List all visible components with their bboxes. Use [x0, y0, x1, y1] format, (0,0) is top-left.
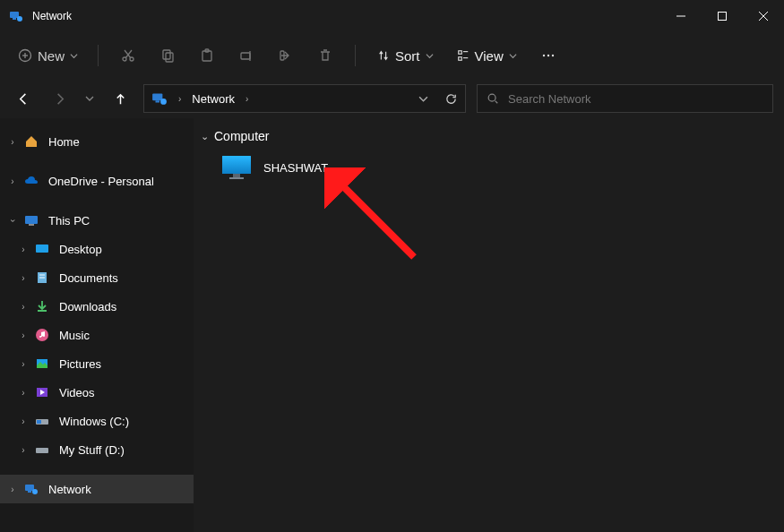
copy-button[interactable]: [151, 40, 185, 71]
search-input[interactable]: [508, 92, 763, 106]
sidebar-item-videos[interactable]: › Videos: [0, 378, 194, 407]
rename-button[interactable]: [229, 40, 263, 71]
svg-rect-46: [28, 491, 31, 493]
navigation-sidebar: › Home › OneDrive - Personal › This PC ›…: [0, 118, 194, 532]
sidebar-label: Music: [59, 329, 90, 342]
sidebar-item-documents[interactable]: › Documents: [0, 263, 194, 292]
drive-icon: [34, 442, 50, 458]
back-button[interactable]: [11, 86, 36, 111]
share-button[interactable]: [269, 40, 303, 71]
new-button[interactable]: New: [11, 45, 85, 67]
sidebar-label: Desktop: [59, 243, 102, 256]
new-label: New: [38, 48, 65, 64]
search-icon: [487, 92, 499, 105]
sidebar-item-windows-c[interactable]: › Windows (C:): [0, 407, 194, 435]
delete-button[interactable]: [308, 40, 342, 71]
pc-icon: [23, 212, 39, 228]
chevron-down-icon: ›: [8, 213, 18, 227]
paste-icon: [200, 48, 214, 63]
group-header-computer[interactable]: ⌄ Computer: [197, 129, 780, 143]
chevron-right-icon: ›: [16, 245, 30, 254]
window-title: Network: [32, 10, 660, 22]
svg-rect-45: [25, 485, 34, 491]
forward-button[interactable]: [47, 86, 72, 111]
titlebar: Network: [0, 0, 784, 32]
cut-icon: [121, 48, 135, 63]
breadcrumb-separator: ›: [246, 94, 248, 104]
sidebar-item-desktop[interactable]: › Desktop: [0, 235, 194, 263]
sidebar-item-home[interactable]: › Home: [0, 127, 194, 156]
group-label: Computer: [214, 129, 269, 143]
maximize-button[interactable]: [702, 0, 743, 32]
search-box[interactable]: [477, 84, 773, 113]
view-button[interactable]: View: [448, 45, 526, 67]
svg-line-52: [335, 178, 414, 257]
sidebar-item-network[interactable]: › Network: [0, 475, 194, 503]
svg-rect-28: [152, 93, 162, 100]
address-bar[interactable]: › Network ›: [143, 84, 466, 113]
divider: [355, 45, 356, 66]
chevron-down-icon: [70, 52, 78, 60]
svg-point-30: [160, 99, 167, 105]
address-bar-row: › Network ›: [0, 79, 784, 118]
svg-rect-18: [241, 53, 250, 59]
sidebar-item-mystuff-d[interactable]: › My Stuff (D:): [0, 435, 194, 464]
sort-label: Sort: [395, 48, 420, 64]
copy-icon: [160, 48, 175, 63]
sidebar-label: Pictures: [59, 357, 101, 371]
sidebar-label: My Stuff (D:): [59, 443, 125, 457]
network-icon: [151, 90, 168, 107]
minimize-button[interactable]: [660, 0, 702, 32]
chevron-right-icon: ›: [16, 273, 30, 283]
svg-rect-51: [229, 177, 244, 179]
videos-icon: [34, 384, 50, 400]
window-controls: [660, 0, 784, 32]
svg-rect-21: [458, 51, 461, 55]
network-icon: [23, 481, 39, 497]
svg-rect-49: [222, 156, 251, 174]
view-label: View: [475, 48, 504, 64]
sidebar-label: Videos: [59, 386, 95, 399]
svg-point-26: [547, 55, 549, 56]
sidebar-item-music[interactable]: › Music: [0, 321, 194, 349]
svg-rect-14: [163, 50, 170, 59]
svg-rect-16: [202, 51, 211, 61]
chevron-down-icon[interactable]: [418, 94, 428, 104]
svg-rect-23: [458, 57, 461, 61]
svg-rect-44: [36, 448, 48, 453]
sidebar-item-this-pc[interactable]: › This PC: [0, 206, 194, 235]
sort-button[interactable]: Sort: [368, 45, 443, 67]
svg-rect-34: [29, 224, 34, 226]
network-computer-item[interactable]: SHASHWAT: [197, 149, 780, 186]
chevron-right-icon: ›: [16, 416, 30, 426]
cut-button[interactable]: [111, 40, 145, 71]
svg-rect-0: [10, 12, 19, 18]
recent-button[interactable]: [82, 86, 97, 111]
desktop-icon: [34, 241, 50, 257]
downloads-icon: [34, 298, 50, 314]
chevron-right-icon: ›: [5, 485, 20, 494]
chevron-down-icon: [509, 52, 517, 60]
plus-circle-icon: [18, 48, 32, 63]
svg-rect-29: [156, 100, 160, 102]
close-button[interactable]: [743, 0, 784, 32]
refresh-icon[interactable]: [444, 92, 458, 106]
trash-icon: [318, 48, 332, 63]
svg-rect-15: [166, 53, 173, 62]
sidebar-label: Windows (C:): [59, 415, 129, 428]
chevron-right-icon: ›: [16, 302, 30, 312]
up-button[interactable]: [108, 86, 133, 111]
breadcrumb-item[interactable]: Network: [192, 92, 235, 106]
chevron-right-icon: ›: [16, 359, 30, 369]
sidebar-label: OneDrive - Personal: [48, 175, 154, 188]
sidebar-item-downloads[interactable]: › Downloads: [0, 292, 194, 321]
more-button[interactable]: [531, 40, 565, 71]
sidebar-label: Network: [48, 483, 91, 496]
paste-button[interactable]: [190, 40, 224, 71]
sidebar-item-onedrive[interactable]: › OneDrive - Personal: [0, 167, 194, 195]
chevron-down-icon: [426, 52, 434, 60]
share-icon: [279, 48, 293, 63]
svg-rect-1: [13, 18, 16, 20]
chevron-down-icon: ⌄: [201, 131, 209, 142]
sidebar-item-pictures[interactable]: › Pictures: [0, 349, 194, 378]
